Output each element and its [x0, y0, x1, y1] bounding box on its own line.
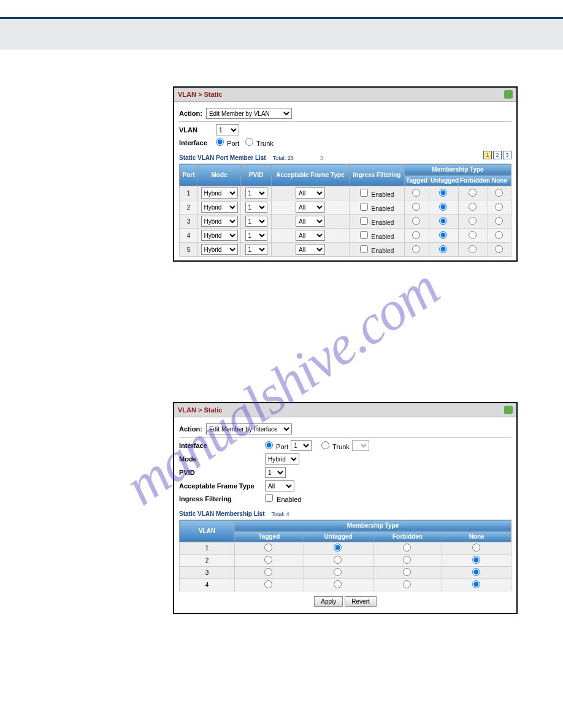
- panel1-title: VLAN > Static: [178, 91, 222, 98]
- row-pvid-select[interactable]: 1: [245, 188, 267, 199]
- p2-ingress-check[interactable]: Enabled: [265, 494, 301, 503]
- row-mt-untagged[interactable]: [334, 556, 342, 564]
- row-mt-tagged[interactable]: [412, 217, 420, 225]
- p2-aft-label: Acceptable Frame Type: [179, 482, 265, 490]
- row-pvid-select[interactable]: 1: [245, 216, 267, 227]
- row-aft-select[interactable]: All: [296, 230, 325, 241]
- panel2-title: VLAN > Static: [178, 406, 222, 414]
- row-mt-forbidden[interactable]: [469, 203, 477, 211]
- panel-vlan-by-interface: VLAN > Static Action: Edit Member by Int…: [173, 402, 518, 614]
- row-mt-tagged[interactable]: [412, 203, 420, 211]
- p1-list-title: Static VLAN Port Member List: [179, 154, 266, 161]
- pager-page-2[interactable]: 2: [493, 151, 502, 159]
- help-icon[interactable]: [504, 90, 513, 99]
- row-mode-select[interactable]: Hybrid: [201, 244, 238, 255]
- row-pvid-select[interactable]: 1: [245, 244, 267, 255]
- row-mt-none[interactable]: [495, 203, 503, 211]
- vlan-label: VLAN: [179, 126, 216, 134]
- help-icon[interactable]: [504, 406, 513, 414]
- p2-ingress-label: Ingress Filtering: [179, 495, 265, 502]
- pager-page-3[interactable]: 3: [503, 151, 511, 159]
- row-mt-untagged[interactable]: [439, 189, 447, 197]
- row-aft-select[interactable]: All: [296, 202, 325, 213]
- row-mt-forbidden[interactable]: [469, 217, 477, 225]
- row-mode-select[interactable]: Hybrid: [201, 216, 238, 227]
- p2-mode-select[interactable]: Hybrid: [265, 453, 299, 464]
- row-mt-untagged[interactable]: [439, 245, 447, 253]
- row-mt-tagged[interactable]: [412, 189, 420, 197]
- p2-trunk-select[interactable]: [352, 440, 369, 451]
- p2-port-radio[interactable]: Port: [265, 441, 288, 450]
- row-mt-untagged[interactable]: [334, 580, 342, 588]
- p2-action-select[interactable]: Edit Member by Interface: [206, 423, 292, 434]
- p2-port-select[interactable]: 1: [291, 440, 312, 451]
- p2-list-title: Static VLAN Membership List: [179, 510, 264, 517]
- row-mt-tagged[interactable]: [264, 556, 272, 564]
- row-mode-select[interactable]: Hybrid: [201, 188, 238, 199]
- row-mt-tagged[interactable]: [264, 568, 272, 576]
- table-row: 4Hybrid1All Enabled: [180, 229, 511, 243]
- row-mt-forbidden[interactable]: [469, 189, 477, 197]
- p2-trunk-radio[interactable]: Trunk: [321, 441, 350, 450]
- row-mt-tagged[interactable]: [264, 544, 272, 552]
- row-mode-select[interactable]: Hybrid: [201, 230, 238, 241]
- row-mt-none[interactable]: [472, 556, 480, 564]
- table-row: 1Hybrid1All Enabled: [180, 186, 511, 200]
- row-mt-untagged[interactable]: [439, 203, 447, 211]
- row-mt-tagged[interactable]: [412, 231, 420, 239]
- table-row: 2Hybrid1All Enabled: [180, 200, 511, 214]
- p2-pvid-select[interactable]: 1: [265, 467, 286, 478]
- panel-vlan-by-vlan: VLAN > Static Action: Edit Member by VLA…: [173, 86, 518, 262]
- row-mt-none[interactable]: [472, 568, 480, 576]
- row-mt-forbidden[interactable]: [469, 231, 477, 239]
- interface-label: Interface: [179, 139, 216, 146]
- interface-trunk-radio[interactable]: Trunk: [245, 138, 274, 147]
- table-row: 3Hybrid1All Enabled: [180, 214, 511, 229]
- p2-table: VLAN Membership Type Tagged Untagged For…: [179, 520, 511, 591]
- pager-page-1[interactable]: 1: [483, 151, 492, 159]
- row-mt-forbidden[interactable]: [403, 544, 411, 552]
- row-pvid-select[interactable]: 1: [245, 230, 267, 241]
- p2-aft-select[interactable]: All: [265, 480, 294, 491]
- row-mt-untagged[interactable]: [334, 544, 342, 552]
- row-enabled-check[interactable]: Enabled: [360, 191, 394, 198]
- p2-action-label: Action:: [179, 425, 202, 433]
- p1-total: Total: 28: [273, 155, 294, 161]
- row-mt-none[interactable]: [495, 245, 503, 253]
- row-mt-none[interactable]: [472, 544, 480, 552]
- row-mt-tagged[interactable]: [412, 245, 420, 253]
- action-select[interactable]: Edit Member by VLAN: [206, 108, 292, 119]
- row-mode-select[interactable]: Hybrid: [201, 202, 238, 213]
- row-mt-forbidden[interactable]: [469, 245, 477, 253]
- row-mt-untagged[interactable]: [334, 568, 342, 576]
- p2-pvid-label: PVID: [179, 469, 265, 476]
- row-mt-none[interactable]: [472, 580, 480, 588]
- row-mt-none[interactable]: [495, 231, 503, 239]
- row-mt-untagged[interactable]: [439, 217, 447, 225]
- p2-mode-label: Mode: [179, 455, 265, 463]
- row-mt-forbidden[interactable]: [403, 556, 411, 564]
- p1-table: Port Mode PVID Acceptable Frame Type Ing…: [179, 164, 511, 257]
- revert-button[interactable]: Revert: [345, 596, 376, 607]
- row-mt-tagged[interactable]: [264, 580, 272, 588]
- row-mt-forbidden[interactable]: [403, 568, 411, 576]
- table-row: 2: [180, 555, 511, 567]
- row-enabled-check[interactable]: Enabled: [360, 205, 394, 212]
- row-aft-select[interactable]: All: [296, 216, 325, 227]
- row-mt-none[interactable]: [495, 189, 503, 197]
- row-aft-select[interactable]: All: [296, 188, 325, 199]
- table-row: 3: [180, 567, 511, 579]
- row-mt-none[interactable]: [495, 217, 503, 225]
- row-enabled-check[interactable]: Enabled: [360, 248, 394, 254]
- row-pvid-select[interactable]: 1: [245, 202, 267, 213]
- interface-port-radio[interactable]: Port: [216, 138, 239, 147]
- row-aft-select[interactable]: All: [296, 244, 325, 255]
- row-mt-forbidden[interactable]: [403, 580, 411, 588]
- row-enabled-check[interactable]: Enabled: [360, 233, 394, 240]
- row-enabled-check[interactable]: Enabled: [360, 219, 394, 226]
- apply-button[interactable]: Apply: [314, 596, 343, 607]
- action-label: Action:: [179, 110, 202, 117]
- row-mt-untagged[interactable]: [439, 231, 447, 239]
- vlan-select[interactable]: 1: [216, 124, 239, 135]
- table-row: 1: [180, 542, 511, 555]
